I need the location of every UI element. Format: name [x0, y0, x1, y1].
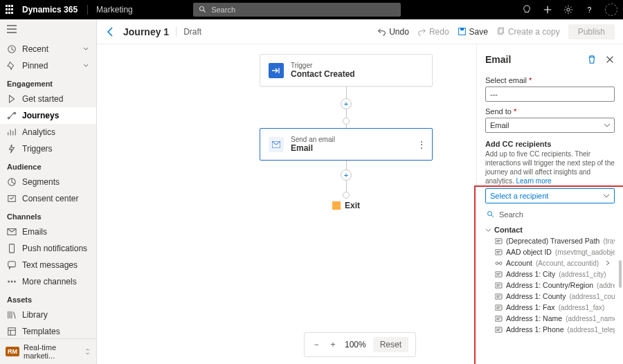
- hamburger-button[interactable]: [0, 19, 96, 41]
- email-icon: [269, 137, 284, 152]
- cc-label: Add CC recipients: [485, 140, 615, 148]
- sidebar-library[interactable]: Library: [0, 307, 96, 323]
- trigger-value: Contact Created: [291, 69, 355, 79]
- delete-icon[interactable]: [587, 55, 597, 64]
- svg-point-13: [11, 281, 12, 282]
- cc-select[interactable]: Select a recipient: [485, 188, 615, 203]
- svg-rect-32: [495, 271, 502, 276]
- sidebar-item-label: Emails: [22, 227, 47, 237]
- sidebar-get-started[interactable]: Get started: [0, 91, 96, 107]
- svg-rect-10: [10, 244, 15, 253]
- dropdown-item[interactable]: Address 1: City (address1_city): [485, 269, 615, 280]
- learn-more-link[interactable]: Learn more: [516, 177, 551, 185]
- dropdown-item[interactable]: AAD object ID (msevtmgt_aadobjectid): [485, 246, 615, 257]
- sidebar-analytics[interactable]: Analytics: [0, 124, 96, 140]
- svg-rect-38: [495, 293, 502, 298]
- nav-head-assets: Assets: [0, 290, 96, 307]
- app-launcher-icon[interactable]: [6, 5, 15, 15]
- redo-button[interactable]: Redo: [417, 27, 449, 37]
- properties-panel: Email Select email --- Send to Email Add…: [476, 44, 623, 364]
- dropdown-group[interactable]: Contact: [485, 226, 615, 234]
- scrollbar[interactable]: [619, 260, 622, 288]
- add-step-button[interactable]: +: [341, 98, 352, 109]
- sidebar-journeys[interactable]: Journeys: [0, 107, 96, 124]
- global-search[interactable]: Search: [193, 3, 401, 17]
- plus-icon[interactable]: [543, 5, 552, 15]
- area-switcher[interactable]: RM Real-time marketi...: [0, 338, 96, 364]
- sidebar-item-label: Pinned: [22, 61, 48, 71]
- journey-status: Draft: [176, 27, 201, 37]
- sidebar-triggers[interactable]: Triggers: [0, 140, 96, 157]
- node-menu-button[interactable]: ⋮: [417, 141, 426, 148]
- email-node[interactable]: Send an emailEmail ⋮: [260, 128, 433, 161]
- zoom-reset-button[interactable]: Reset: [373, 337, 408, 352]
- dropdown-item[interactable]: (Deprecated) Traversed Path (traversedpa…: [485, 235, 615, 246]
- trigger-icon: [269, 63, 284, 78]
- nav-head-audience: Audience: [0, 157, 96, 174]
- cc-dropdown: Search Contact (Deprecated) Traversed Pa…: [485, 208, 615, 335]
- sidebar-segments[interactable]: Segments: [0, 174, 96, 190]
- dropdown-item[interactable]: Address 1: Fax (address1_fax): [485, 302, 615, 313]
- journey-canvas[interactable]: TriggerContact Created + Send an emailEm…: [97, 44, 623, 364]
- publish-button[interactable]: Publish: [568, 24, 615, 39]
- sidebar-push[interactable]: Push notifications: [0, 240, 96, 257]
- crumb-actions: Undo Redo Save Create a copy Publish: [377, 24, 615, 39]
- nav-head-engagement: Engagement: [0, 74, 96, 91]
- sidebar-consent[interactable]: Consent center: [0, 190, 96, 207]
- select-email-input[interactable]: ---: [485, 87, 615, 102]
- nav-head-channels: Channels: [0, 207, 96, 224]
- sidebar-item-label: Triggers: [22, 144, 53, 154]
- area-label: Real-time marketi...: [24, 343, 84, 360]
- send-to-select[interactable]: Email: [485, 118, 615, 133]
- svg-point-21: [488, 212, 492, 216]
- sidebar-item-label: Get started: [22, 94, 63, 104]
- dropdown-item[interactable]: Address 1: Name (address1_name): [485, 313, 615, 324]
- save-button[interactable]: Save: [458, 27, 488, 37]
- sidebar-sms[interactable]: Text messages: [0, 257, 96, 273]
- trigger-node[interactable]: TriggerContact Created: [260, 54, 433, 87]
- back-button[interactable]: [105, 26, 116, 37]
- sidebar-item-label: Analytics: [22, 127, 55, 137]
- flag-icon: [332, 201, 341, 210]
- avatar[interactable]: [605, 3, 617, 16]
- gear-icon[interactable]: [563, 5, 573, 15]
- create-copy-button[interactable]: Create a copy: [496, 27, 560, 37]
- search-icon: [199, 6, 207, 14]
- command-bar: Journey 1 Draft Undo Redo Save Create a …: [97, 19, 623, 44]
- svg-rect-44: [495, 316, 502, 320]
- svg-rect-35: [495, 282, 502, 287]
- svg-text:?: ?: [587, 6, 591, 14]
- svg-point-14: [15, 281, 16, 282]
- close-icon[interactable]: [605, 55, 615, 64]
- svg-line-22: [491, 215, 494, 217]
- area-badge: RM: [6, 347, 19, 356]
- app-name: Marketing: [87, 5, 133, 15]
- sidebar-templates[interactable]: Templates: [0, 323, 96, 340]
- sidebar-item-label: Templates: [22, 327, 60, 336]
- dropdown-item[interactable]: Account (Account, accountid): [485, 257, 615, 269]
- select-email-label: Select email: [485, 76, 615, 84]
- help-icon[interactable]: ?: [584, 5, 594, 15]
- svg-point-12: [8, 281, 10, 282]
- sidebar-item-label: More channels: [22, 277, 77, 286]
- dropdown-item[interactable]: Address 1: Phone (address1_telephone1): [485, 324, 615, 335]
- trigger-label: Trigger: [291, 62, 355, 69]
- lightbulb-icon[interactable]: [522, 5, 532, 15]
- dropdown-item[interactable]: Address 1: County (address1_county): [485, 291, 615, 302]
- sidebar-item-label: Library: [22, 310, 48, 320]
- page-title: Journey 1: [123, 26, 169, 37]
- svg-rect-15: [8, 328, 16, 336]
- sidebar-pinned[interactable]: Pinned: [0, 57, 96, 74]
- dropdown-item[interactable]: Address 1: Country/Region (address1_cou.…: [485, 280, 615, 291]
- dropdown-search[interactable]: Search: [485, 208, 615, 221]
- svg-point-30: [499, 262, 502, 264]
- sidebar-more-channels[interactable]: More channels: [0, 273, 96, 290]
- sidebar-emails[interactable]: Emails: [0, 224, 96, 240]
- undo-button[interactable]: Undo: [377, 27, 409, 37]
- zoom-out-button[interactable]: −: [312, 340, 321, 349]
- cc-hint: Add up to five CC recipients. Their inte…: [485, 149, 615, 185]
- sidebar-recent[interactable]: Recent: [0, 41, 96, 57]
- exit-end: [343, 192, 350, 199]
- add-step-button-2[interactable]: +: [341, 170, 352, 181]
- zoom-in-button[interactable]: +: [328, 340, 338, 349]
